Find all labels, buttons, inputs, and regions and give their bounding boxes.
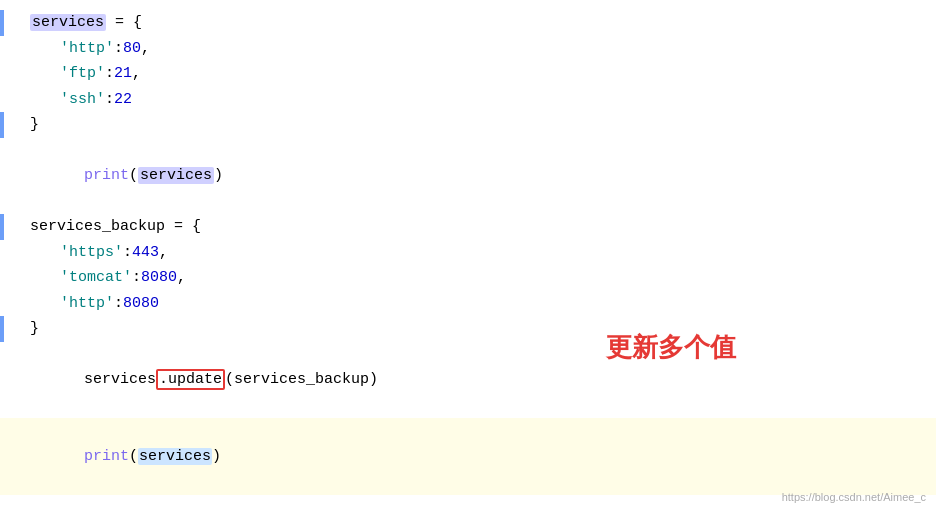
code-line-6: print(services) bbox=[0, 138, 936, 215]
line-bar-5 bbox=[0, 112, 4, 138]
line-bar-11 bbox=[0, 316, 4, 342]
code-line-9: 'tomcat':8080, bbox=[0, 265, 936, 291]
code-line-5: } bbox=[0, 112, 936, 138]
code-line-4: 'ssh':22 bbox=[0, 87, 936, 113]
code-container: services = { 'http':80, 'ftp':21, 'ssh':… bbox=[0, 0, 936, 511]
var-services: services bbox=[30, 14, 106, 31]
annotation-label: 更新多个值 bbox=[606, 330, 736, 365]
code-line-2: 'http':80, bbox=[0, 36, 936, 62]
line-bar-1 bbox=[0, 10, 4, 36]
code-line-12: services.update(services_backup) bbox=[0, 342, 936, 419]
code-line-3: 'ftp':21, bbox=[0, 61, 936, 87]
code-text: print(services) bbox=[30, 138, 223, 215]
code-text: 'http':80, bbox=[60, 36, 150, 62]
code-line-13: print(services) bbox=[0, 418, 936, 495]
code-text: 'ssh':22 bbox=[60, 87, 132, 113]
code-text: print(services) bbox=[30, 418, 221, 495]
var-services-2: services bbox=[138, 167, 214, 184]
code-line-11: } bbox=[0, 316, 936, 342]
update-method: .update bbox=[156, 369, 225, 390]
code-text: 'tomcat':8080, bbox=[60, 265, 186, 291]
code-text: services_backup = { bbox=[30, 214, 201, 240]
code-text: 'https':443, bbox=[60, 240, 168, 266]
code-text: } bbox=[30, 112, 39, 138]
line-bar-7 bbox=[0, 214, 4, 240]
code-text: services = { bbox=[30, 10, 142, 36]
code-line-1: services = { bbox=[0, 10, 936, 36]
code-line-10: 'http':8080 bbox=[0, 291, 936, 317]
code-text: services.update(services_backup) bbox=[30, 342, 378, 419]
code-line-8: 'https':443, bbox=[0, 240, 936, 266]
code-text: } bbox=[30, 316, 39, 342]
code-line-7: services_backup = { bbox=[0, 214, 936, 240]
code-text: 'ftp':21, bbox=[60, 61, 141, 87]
code-text: 'http':8080 bbox=[60, 291, 159, 317]
var-services-3: services bbox=[138, 448, 212, 465]
watermark: https://blog.csdn.net/Aimee_c bbox=[782, 491, 926, 503]
